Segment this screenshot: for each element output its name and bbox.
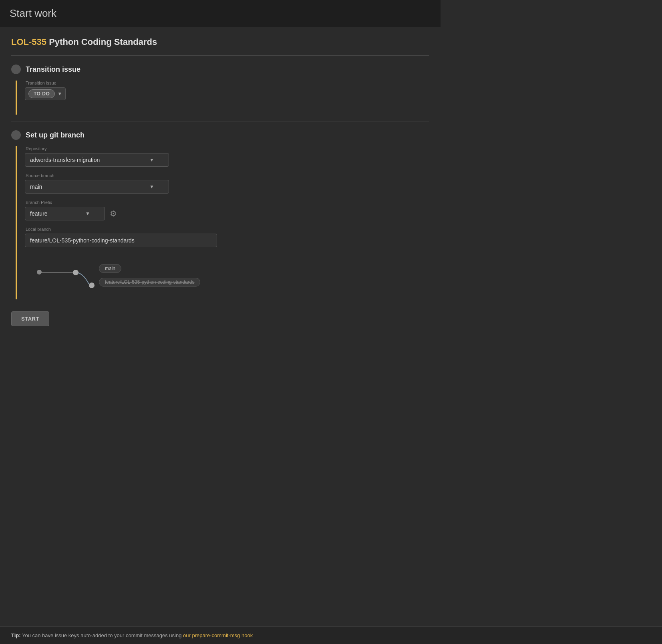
branch-prefix-value: feature [30,210,48,217]
git-diagram: main feature/LOL-535-python-coding-stand… [25,255,225,291]
todo-badge: TO DO [28,89,55,98]
transition-section-title: Transition issue [26,65,80,74]
git-dot-branch-start [73,270,78,275]
repository-value: adwords-transfers-migration [30,157,100,163]
branch-prefix-row: feature ▼ ⚙ [25,207,429,220]
git-section-title: Set up git branch [26,131,85,139]
transition-section-body: Transition issue TO DO ▼ [16,81,429,115]
git-feature-branch-label: feature/LOL-535-python-coding-standards [99,278,200,287]
git-section-body: Repository adwords-transfers-migration ▼… [16,146,429,299]
transition-section-circle [11,65,21,74]
source-branch-value: main [30,184,42,190]
divider-top [11,55,429,56]
source-branch-label: Source branch [25,173,429,178]
main-content: LOL-535 Python Coding Standards Transiti… [0,27,441,344]
repository-select[interactable]: adwords-transfers-migration ▼ [25,153,169,167]
git-section-header: Set up git branch [11,128,429,140]
transition-field-label: Transition issue [25,81,429,85]
branch-prefix-dropdown-arrow: ▼ [85,211,90,216]
git-section: Set up git branch Repository adwords-tra… [11,128,429,299]
git-dot-main [37,270,42,275]
source-branch-dropdown-arrow: ▼ [149,184,154,190]
todo-dropdown[interactable]: TO DO ▼ [25,87,66,100]
local-branch-field-group: Local branch [25,227,429,247]
branch-prefix-field-group: Branch Prefix feature ▼ ⚙ [25,200,429,220]
todo-dropdown-arrow: ▼ [57,91,62,97]
transition-section-header: Transition issue [11,62,429,74]
git-section-circle [11,130,21,140]
settings-icon[interactable]: ⚙ [110,209,117,218]
header-title: Start work [10,7,56,19]
issue-title-rest: Python Coding Standards [49,37,157,47]
issue-key: LOL-535 [11,37,46,47]
git-dot-feature [89,283,95,288]
branch-prefix-select[interactable]: feature ▼ [25,207,105,220]
start-button-container: START [11,311,429,326]
branch-prefix-label: Branch Prefix [25,200,429,205]
header: Start work [0,0,441,27]
transition-field-group: Transition issue TO DO ▼ [25,81,429,100]
local-branch-input[interactable] [25,234,217,247]
transition-section: Transition issue Transition issue TO DO … [11,62,429,115]
repository-label: Repository [25,146,429,151]
issue-title: LOL-535 Python Coding Standards [11,37,429,47]
start-button[interactable]: START [11,311,49,326]
local-branch-label: Local branch [25,227,429,232]
divider-mid [11,121,429,121]
git-main-branch-label: main [99,264,121,273]
repository-dropdown-arrow: ▼ [149,157,154,163]
source-branch-select[interactable]: main ▼ [25,180,169,194]
source-branch-field-group: Source branch main ▼ [25,173,429,194]
repository-field-group: Repository adwords-transfers-migration ▼ [25,146,429,167]
